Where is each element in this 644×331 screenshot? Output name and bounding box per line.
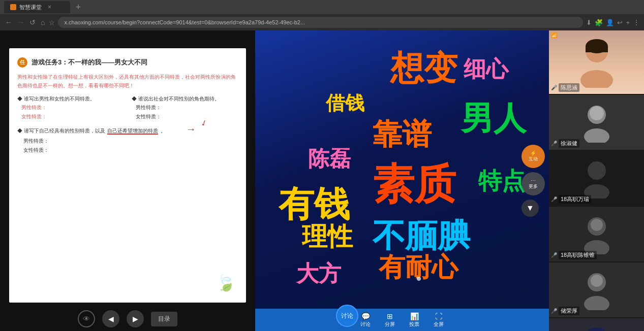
eye-button[interactable]: 👁: [78, 310, 95, 327]
mic-icon-5: 🎤: [551, 308, 557, 314]
section3-title-part1: 请写下自己经具有的性别特质，以及: [24, 128, 105, 134]
slide-panel: 想变 细心 借钱 靠谱 男人 陈磊 有钱 素质 特点 理性 不腼腆 大方 有耐心…: [255, 30, 549, 331]
nav-back-button[interactable]: ←: [4, 18, 13, 26]
participant-card-3: 🎤 18高职万瑞: [549, 151, 644, 206]
svg-point-5: [584, 128, 609, 143]
svg-point-18: [588, 327, 606, 331]
participant-3-name-text: 18高职万瑞: [559, 195, 591, 204]
word-xiangbian: 想变: [390, 46, 457, 91]
avatar-silhouette-4: [579, 214, 615, 254]
svg-point-1: [580, 70, 613, 88]
section1-title: ◆ 谁写出男性和女性的不同特质。: [17, 95, 124, 103]
participant-card-6: [549, 318, 644, 331]
more-label: 更多: [529, 183, 538, 190]
participant-name-5: 🎤 储荣厚: [551, 307, 579, 315]
section3-diamond: ◆: [17, 128, 24, 134]
person-avatar-featured: [574, 37, 620, 88]
scroll-down-button[interactable]: ▼: [522, 200, 539, 217]
nav-forward-button[interactable]: →: [16, 18, 25, 26]
doc-title-row: 任 游戏任务3：不一样的我——男女大不同: [17, 57, 238, 68]
discuss-icon: 💬: [361, 312, 370, 320]
svg-point-6: [590, 106, 604, 120]
svg-rect-3: [586, 46, 608, 52]
address-input[interactable]: [58, 17, 583, 28]
home-button[interactable]: ⌂: [40, 18, 46, 26]
main-area: 任 游戏任务3：不一样的我——男女大不同 男性和女性除了在生理特征上有很大区别外…: [0, 30, 644, 331]
red-arrow-annotation: →: [186, 123, 196, 135]
participant-2-name-text: 徐淑健: [559, 139, 579, 148]
section3-title-end: 。: [161, 128, 166, 134]
section3-female: 女性特质：: [23, 146, 238, 155]
discuss-label: 讨论: [360, 321, 371, 328]
section2-title: ◆ 谁说出社会对不同性别的角色期待。: [132, 95, 238, 103]
menu-icon[interactable]: ⋮: [633, 18, 640, 26]
vote-label: 投票: [409, 321, 419, 328]
tab-close-icon[interactable]: ×: [48, 4, 51, 11]
participant-name-2: 🎤 徐淑健: [551, 139, 579, 148]
svg-point-7: [588, 161, 606, 180]
participant-name-featured: 🎤 陈思涵: [551, 83, 579, 92]
section2-male: 男性特质：: [136, 103, 238, 112]
participant-5-name-text: 储荣厚: [559, 307, 579, 315]
doc-panel: 任 游戏任务3：不一样的我——男女大不同 男性和女性除了在生理特征上有很大区别外…: [0, 30, 255, 331]
mic-icon-3: 🎤: [551, 196, 557, 202]
split-button[interactable]: ⊞ 分屏: [385, 312, 395, 328]
menu-button[interactable]: 目录: [151, 312, 177, 326]
participant-card-featured: 🎤 陈思涵 📶: [549, 30, 644, 94]
profile-icon: 👤: [606, 19, 614, 26]
svg-point-11: [591, 219, 603, 231]
new-tab-button[interactable]: +: [72, 1, 84, 13]
vote-icon: 📊: [410, 312, 419, 320]
leaf-decoration: 🍃: [214, 272, 237, 294]
refresh-button[interactable]: ↺: [28, 18, 37, 26]
doc-controls: 👁 ◀ ▶ 目录: [0, 307, 255, 331]
split-icon: ⊞: [387, 312, 393, 320]
more-button[interactable]: ⋯ 更多: [522, 172, 545, 195]
mic-icon-4: 🎤: [551, 252, 557, 258]
participant-card-4: 🎤 18高职陈锥锥: [549, 207, 644, 261]
prev-button[interactable]: ◀: [102, 310, 119, 327]
doc-content: 任 游戏任务3：不一样的我——男女大不同 男性和女性除了在生理特征上有很大区别外…: [9, 48, 246, 303]
slide-bottom-controls: 💬 讨论 ⊞ 分屏 📊 投票 ⛶ 全屏: [255, 309, 549, 331]
avatar-silhouette-3: [579, 158, 615, 198]
participant-4-name-text: 18高职陈锥锥: [559, 251, 597, 259]
undo-icon: ↩: [617, 19, 623, 26]
word-lixing: 理性: [302, 220, 353, 254]
tab-favicon: [10, 4, 16, 10]
participants-panel: 🎤 陈思涵 📶 🎤 徐淑健: [549, 30, 644, 331]
section1-female: 女性特质：: [21, 112, 124, 121]
participant-name-text: 陈思涵: [559, 83, 579, 92]
interact-button[interactable]: ⚡ 互动: [522, 145, 545, 168]
section1: ◆ 谁写出男性和女性的不同特质。 男性特质： 女性特质：: [17, 95, 124, 121]
download-icon: ⬇: [586, 19, 592, 26]
section1-male: 男性特质：: [21, 103, 124, 112]
interact-icon: ⚡: [530, 150, 536, 156]
avatar-bg-6: [549, 318, 644, 331]
participant-card-2: 🎤 徐淑健: [549, 95, 644, 150]
signal-indicator: 📶: [551, 32, 557, 38]
address-bar: ← → ↺ ⌂ ☆ ⬇ 🧩 👤 ↩ + ⋮: [0, 14, 644, 30]
svg-point-14: [591, 275, 603, 287]
discuss-button[interactable]: 💬 讨论: [360, 312, 371, 328]
participant-name-3: 🎤 18高职万瑞: [551, 195, 591, 204]
fullscreen-button[interactable]: ⛶ 全屏: [434, 312, 444, 328]
word-tedian: 特点: [478, 165, 525, 197]
discuss-circle[interactable]: 讨论: [336, 305, 358, 327]
star-icon: ☆: [49, 19, 55, 26]
interact-label: 互动: [529, 156, 538, 162]
section2: ◆ 谁说出社会对不同性别的角色期待。 男性特质： 女性特质：: [132, 95, 238, 121]
avatar-anime: [579, 325, 615, 331]
next-button[interactable]: ▶: [127, 310, 144, 327]
word-suzhi: 素质: [373, 157, 456, 213]
avatar-silhouette-2: [579, 102, 615, 143]
zoom-button[interactable]: +: [626, 19, 630, 26]
section2-female: 女性特质：: [136, 112, 238, 121]
participant-name-4: 🎤 18高职陈锥锥: [551, 251, 597, 259]
section3-male: 男性特质：: [23, 137, 238, 146]
vote-button[interactable]: 📊 投票: [409, 312, 419, 328]
word-jieqian: 借钱: [326, 90, 364, 116]
mic-icon-2: 🎤: [551, 141, 557, 146]
browser-tab[interactable]: 智慧课堂 ×: [4, 1, 70, 13]
fullscreen-label: 全屏: [434, 321, 444, 328]
side-buttons: ⚡ 互动 ⋯ 更多 ▼: [522, 145, 545, 217]
